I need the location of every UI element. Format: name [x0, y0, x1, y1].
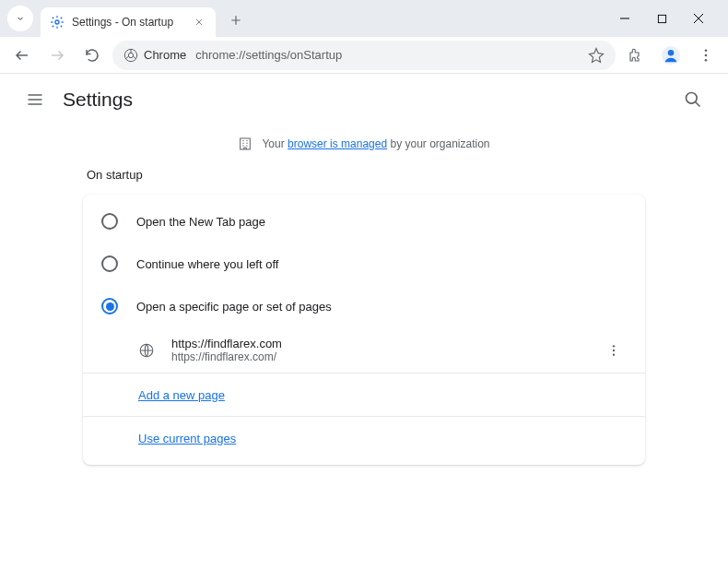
- radio-label: Open a specific page or set of pages: [136, 300, 332, 314]
- radio-label: Continue where you left off: [136, 257, 278, 271]
- url-text: chrome://settings/onStartup: [195, 48, 579, 62]
- new-tab-button[interactable]: [223, 7, 249, 33]
- chrome-logo-icon: [123, 48, 138, 63]
- add-page-row: Add a new page: [83, 374, 645, 417]
- svg-point-13: [613, 349, 615, 350]
- radio-specific-pages[interactable]: Open a specific page or set of pages: [83, 285, 645, 327]
- reload-icon: [84, 47, 100, 64]
- maximize-button[interactable]: [651, 7, 673, 30]
- minimize-icon: [619, 13, 630, 24]
- site-chip-label: Chrome: [144, 48, 186, 62]
- browser-toolbar: Chrome chrome://settings/onStartup: [0, 37, 728, 74]
- avatar-icon: [661, 45, 681, 65]
- page-title: Settings: [63, 89, 133, 111]
- window-controls: [614, 7, 728, 30]
- svg-point-8: [705, 58, 708, 61]
- back-button[interactable]: [7, 41, 37, 70]
- tab-title: Settings - On startup: [72, 16, 184, 29]
- star-icon: [588, 47, 605, 64]
- managed-link[interactable]: browser is managed: [288, 137, 387, 150]
- radio-new-tab[interactable]: Open the New Tab page: [83, 200, 645, 243]
- svg-point-9: [687, 93, 698, 104]
- radio-label: Open the New Tab page: [136, 215, 265, 229]
- page-info: https://findflarex.com https://findflare…: [171, 337, 601, 363]
- use-current-link[interactable]: Use current pages: [138, 432, 236, 445]
- dots-vertical-icon: [698, 47, 714, 64]
- gear-icon: [50, 15, 65, 30]
- dots-vertical-icon: [606, 343, 621, 358]
- radio-icon-selected: [101, 298, 118, 314]
- forward-arrow-icon: [49, 47, 65, 64]
- svg-point-12: [613, 345, 615, 347]
- browser-tab[interactable]: Settings - On startup: [41, 7, 216, 37]
- menu-button[interactable]: [691, 41, 721, 70]
- site-chip[interactable]: Chrome: [123, 48, 186, 63]
- address-bar[interactable]: Chrome chrome://settings/onStartup: [112, 41, 616, 70]
- chevron-down-icon: [15, 13, 26, 24]
- settings-search-button[interactable]: [676, 83, 710, 116]
- svg-point-3: [128, 53, 133, 57]
- bookmark-button[interactable]: [588, 47, 605, 64]
- extensions-button[interactable]: [621, 41, 651, 70]
- tab-search-dropdown[interactable]: [7, 6, 33, 31]
- managed-banner: Your browser is managed by your organiza…: [0, 125, 728, 168]
- svg-point-14: [613, 353, 615, 355]
- svg-point-5: [668, 50, 674, 55]
- add-page-link[interactable]: Add a new page: [138, 388, 225, 402]
- svg-point-6: [705, 49, 708, 52]
- reload-button[interactable]: [77, 41, 107, 70]
- svg-point-0: [55, 20, 59, 24]
- section-title: On startup: [83, 168, 645, 182]
- startup-card: Open the New Tab page Continue where you…: [83, 195, 645, 465]
- close-window-button[interactable]: [687, 7, 710, 30]
- page-full-url: https://findflarex.com/: [171, 350, 601, 363]
- radio-icon: [101, 213, 118, 230]
- globe-icon: [138, 342, 155, 359]
- puzzle-icon: [628, 47, 644, 64]
- svg-point-7: [705, 53, 708, 56]
- settings-content: On startup Open the New Tab page Continu…: [0, 168, 728, 465]
- back-arrow-icon: [14, 47, 30, 64]
- close-icon: [693, 13, 704, 24]
- close-icon: [194, 18, 204, 27]
- startup-page-entry: https://findflarex.com https://findflare…: [83, 327, 645, 374]
- svg-rect-1: [658, 15, 665, 22]
- maximize-icon: [657, 14, 667, 24]
- banner-text: Your browser is managed by your organiza…: [262, 137, 489, 150]
- radio-icon: [101, 255, 118, 272]
- building-icon: [238, 136, 252, 151]
- search-icon: [684, 90, 702, 109]
- page-more-button[interactable]: [601, 338, 627, 363]
- radio-continue[interactable]: Continue where you left off: [83, 243, 645, 285]
- tab-close-button[interactable]: [192, 15, 206, 30]
- titlebar: Settings - On startup: [0, 0, 728, 37]
- use-current-row: Use current pages: [83, 417, 645, 459]
- page-display-url: https://findflarex.com: [171, 337, 601, 350]
- profile-button[interactable]: [656, 41, 686, 70]
- settings-header: Settings: [0, 74, 728, 125]
- settings-menu-button[interactable]: [18, 83, 52, 116]
- hamburger-icon: [26, 90, 44, 109]
- forward-button[interactable]: [42, 41, 72, 70]
- minimize-button[interactable]: [614, 7, 636, 30]
- plus-icon: [229, 14, 242, 27]
